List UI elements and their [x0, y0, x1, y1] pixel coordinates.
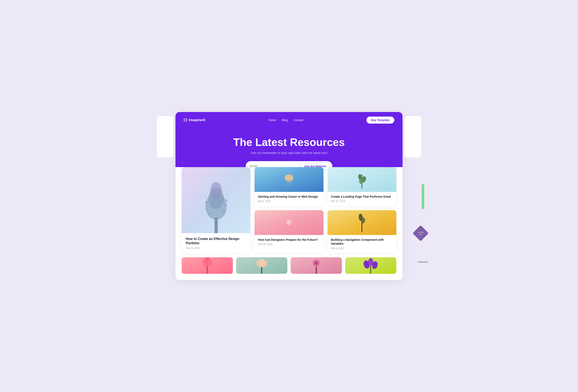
nav-link-contact[interactable]: Contact: [293, 118, 303, 122]
svg-rect-0: [214, 218, 218, 233]
logo-dot: [186, 120, 187, 122]
svg-line-15: [288, 181, 289, 186]
cards-grid: How to Create an Effective Design Portfo…: [182, 167, 396, 253]
card-body-navigation-component: Building a Navigation Component with Var…: [328, 235, 396, 253]
card-body-designers-future: How Can Designers Prepare for the Future…: [254, 235, 323, 249]
stem-icon: [358, 213, 366, 232]
thumbnail-orchid[interactable]: [345, 257, 396, 274]
right-accent-bar: [422, 184, 424, 209]
snowflake-icon: ❄: [283, 217, 295, 229]
light-flower-icon: [236, 257, 287, 274]
thumbnail-flower-light[interactable]: [236, 257, 287, 274]
card-date-designers-future: Feb 28, 2022: [258, 243, 320, 246]
svg-text:❄: ❄: [286, 218, 292, 227]
card-image-pink: ❄: [254, 210, 323, 235]
card-landing-page[interactable]: Create a Landing Page That Performs Grea…: [328, 167, 396, 206]
card-web-design[interactable]: Starting and Growing Career in Web Desig…: [254, 167, 323, 206]
svg-point-11: [227, 194, 228, 195]
main-card: ImagineAI Home Blog Contact Buy Template…: [176, 112, 402, 280]
logo-dot: [184, 118, 185, 120]
card-body-web-design: Starting and Growing Career in Web Desig…: [254, 192, 323, 206]
rose-icon: [291, 257, 342, 274]
thumbnail-tulip[interactable]: [182, 257, 233, 274]
card-navigation-component[interactable]: Building a Navigation Component with Var…: [328, 210, 396, 253]
featured-card[interactable]: How to Create an Effective Design Portfo…: [182, 167, 250, 253]
brand-name: ImagineAI: [189, 118, 205, 122]
diamond-label: CreativeIdea: [418, 231, 424, 235]
right-label: Automa...: [418, 260, 429, 263]
nav-link-home[interactable]: Home: [268, 118, 276, 122]
svg-point-10: [205, 196, 206, 197]
svg-line-14: [287, 181, 287, 186]
card-date-landing-page: Mar 15, 2022: [331, 200, 393, 203]
tulip-icon: [182, 257, 233, 274]
hero-title: The Latest Resources: [184, 136, 394, 148]
jellyfish-icon: [283, 172, 295, 187]
svg-point-5: [223, 211, 224, 213]
logo-dot: [184, 120, 185, 122]
orchid-icon: [345, 257, 396, 274]
svg-point-13: [285, 174, 293, 180]
nav-links: Home Blog Contact: [268, 118, 303, 122]
creative-idea-diamond: CreativeIdea: [413, 225, 429, 241]
svg-point-3: [210, 182, 222, 199]
card-image-plant: [328, 167, 396, 192]
content-section: How to Create an Effective Design Portfo…: [176, 167, 402, 280]
card-image-yellow: [328, 210, 396, 235]
svg-point-9: [226, 200, 227, 201]
svg-point-8: [206, 202, 207, 203]
svg-point-37: [315, 261, 318, 264]
card-image-jellyfish: [254, 167, 323, 192]
card-title-designers-future: How Can Designers Prepare for the Future…: [258, 238, 320, 242]
svg-line-16: [290, 181, 290, 186]
svg-point-7: [225, 205, 226, 206]
card-designers-future[interactable]: ❄ How Can Designers Prepare for the Futu…: [254, 210, 323, 253]
navbar: ImagineAI Home Blog Contact Buy Template: [184, 112, 394, 128]
featured-card-date: Jan 12, 2022: [186, 247, 246, 249]
bottom-thumbnails: [182, 257, 396, 274]
logo-icon: [184, 118, 187, 122]
hero-subtitle: Join our Newsletter to stay upto date wi…: [184, 151, 394, 155]
nav-link-blog[interactable]: Blog: [282, 118, 288, 122]
svg-point-6: [207, 208, 208, 209]
featured-card-image: [182, 167, 250, 233]
logo-dot: [186, 118, 187, 120]
card-date-web-design: Apr 8, 2022: [258, 200, 320, 203]
side-panel-left: [157, 116, 173, 157]
buy-template-button[interactable]: Buy Template: [366, 117, 394, 124]
featured-card-body: How to Create an Effective Design Portfo…: [182, 233, 250, 253]
plant-icon: [357, 170, 367, 189]
featured-card-title: How to Create an Effective Design Portfo…: [186, 237, 246, 246]
thumbnail-rose[interactable]: [291, 257, 342, 274]
svg-point-4: [209, 213, 210, 215]
tree-illustration: [197, 175, 235, 233]
card-title-navigation-component: Building a Navigation Component with Var…: [331, 238, 393, 246]
svg-line-17: [291, 181, 291, 186]
side-panel-right: [405, 116, 421, 157]
card-title-landing-page: Create a Landing Page That Performs Grea…: [331, 195, 393, 199]
card-body-landing-page: Create a Landing Page That Performs Grea…: [328, 192, 396, 206]
card-date-navigation-component: Feb 6, 2022: [331, 247, 393, 250]
card-title-web-design: Starting and Growing Career in Web Desig…: [258, 195, 320, 199]
nav-brand: ImagineAI: [184, 118, 205, 122]
page-wrapper: CreativeIdea Automa... ImagineAI Home: [176, 112, 402, 280]
